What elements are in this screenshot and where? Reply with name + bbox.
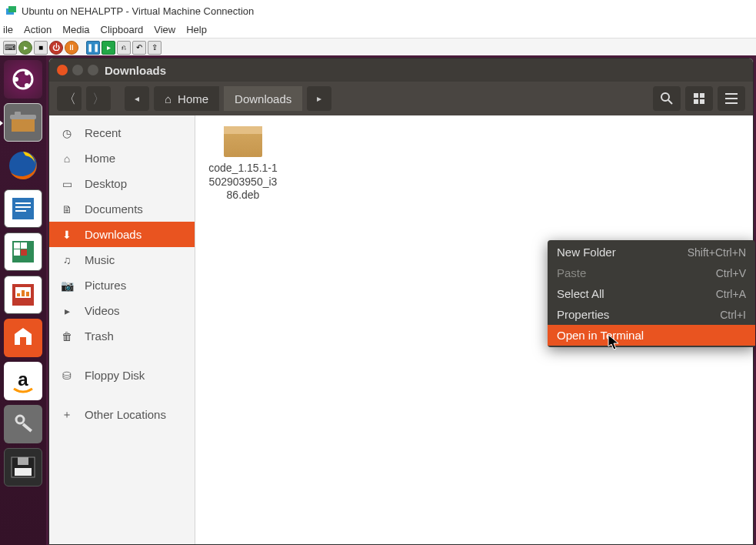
reset-button[interactable]: ▸ [102,41,115,55]
host-menu-file[interactable]: ile [3,24,13,35]
package-icon [224,126,262,157]
sidebar-item-trash[interactable]: 🗑Trash [49,323,195,349]
host-window-titlebar: Ubuntu on NEHALPTP - Virtual Machine Con… [0,0,756,22]
svg-point-31 [661,93,669,101]
sidebar-icon: ▸ [60,305,74,317]
svg-point-26 [16,416,24,423]
unity-launcher: a [0,55,46,545]
svg-rect-30 [15,468,32,476]
launcher-dash[interactable] [4,60,42,99]
settings-icon [9,410,37,438]
svg-rect-18 [21,249,27,256]
launcher-calc[interactable] [4,232,42,271]
sidebar-item-floppy-disk[interactable]: ⛁Floppy Disk [49,363,195,388]
path-prev-button[interactable]: ◂ [125,86,149,111]
sidebar-item-pictures[interactable]: 📷Pictures [49,272,195,298]
sidebar-item-home[interactable]: ⌂Home [49,145,195,171]
host-menu-view[interactable]: View [154,24,175,35]
host-menubar[interactable]: ile Action Media Clipboard View Help [0,22,756,38]
search-button[interactable] [653,86,681,111]
sidebar-icon: ⛁ [60,369,74,382]
sidebar-icon: ⌂ [60,152,74,165]
back-button[interactable]: 〈 [57,86,82,111]
svg-rect-10 [12,198,34,219]
host-toolbar: ⌨ ▸ ■ ⏻ ⏸ ❚❚ ▸ ⎌ ↶ ⇪ [0,38,756,57]
launcher-firefox[interactable] [4,146,42,185]
context-menu-item-new-folder[interactable]: New FolderShift+Ctrl+N [548,242,755,262]
checkpoint-button[interactable]: ⎌ [117,41,131,55]
svg-rect-6 [12,118,35,132]
svg-point-4 [25,71,29,75]
context-menu-item-properties[interactable]: PropertiesCtrl+I [548,304,755,325]
hamburger-menu-button[interactable] [718,86,745,111]
sidebar-item-documents[interactable]: 🗎Documents [49,196,195,222]
svg-rect-33 [694,93,698,98]
sidebar-item-recent[interactable]: ◷Recent [49,120,195,145]
sidebar-label: Recent [85,126,122,139]
forward-button[interactable]: 〉 [86,86,111,111]
path-next-button[interactable]: ▸ [307,86,331,111]
path-segment-current[interactable]: Downloads [224,86,302,111]
revert-button[interactable]: ↶ [132,41,146,55]
sidebar-icon: 🗎 [60,203,74,216]
sidebar-item-other-locations[interactable]: ＋Other Locations [49,402,195,427]
context-menu-item-select-all[interactable]: Select AllCtrl+A [548,283,755,304]
path-segment-home[interactable]: ⌂ Home [154,86,219,111]
host-menu-help[interactable]: Help [186,24,207,35]
window-maximize-button[interactable] [88,65,98,75]
shutdown-button[interactable]: ⏻ [49,41,63,55]
pause-button[interactable]: ❚❚ [86,41,100,55]
window-close-button[interactable] [57,65,68,75]
sidebar-label: Desktop [85,177,127,190]
stop-button[interactable]: ■ [34,41,48,55]
svg-rect-11 [15,202,31,204]
sidebar-item-videos[interactable]: ▸Videos [49,298,195,323]
sidebar-label: Documents [85,202,143,216]
writer-icon [8,193,38,224]
sidebar-label: Floppy Disk [85,369,145,382]
launcher-settings[interactable] [4,405,42,443]
context-menu: New FolderShift+Ctrl+NPasteCtrl+VSelect … [548,240,755,347]
sidebar-item-downloads[interactable]: ⬇Downloads [49,222,195,247]
sidebar-icon: ◷ [60,127,74,139]
svg-rect-23 [26,292,29,296]
sidebar-label: Videos [85,304,120,317]
sidebar-item-desktop[interactable]: ▭Desktop [49,171,195,196]
launcher-writer[interactable] [4,189,42,228]
grid-icon [694,93,704,104]
impress-icon [8,279,38,310]
window-minimize-button[interactable] [72,65,83,75]
sidebar-item-music[interactable]: ♫Music [49,247,195,272]
file-item[interactable]: code_1.15.1-1502903950_i386.deb [206,126,280,202]
context-menu-item-open-in-terminal[interactable]: Open in Terminal [548,325,755,346]
sidebar-label: Downloads [85,228,142,241]
host-menu-media[interactable]: Media [62,24,89,35]
svg-point-5 [25,83,29,88]
svg-rect-16 [21,242,27,249]
svg-rect-38 [725,98,738,99]
view-grid-button[interactable] [685,86,713,111]
floppy-icon [8,456,38,479]
save-button[interactable]: ⏸ [65,41,78,55]
start-button[interactable]: ▸ [18,41,32,55]
svg-rect-35 [694,99,698,104]
sidebar-label: Pictures [85,279,126,292]
host-menu-clipboard[interactable]: Clipboard [101,24,144,35]
launcher-disk[interactable] [4,448,42,486]
launcher-amazon[interactable]: a [4,362,42,400]
svg-rect-29 [18,457,28,465]
sidebar-label: Other Locations [85,408,166,421]
launcher-impress[interactable] [4,276,42,314]
svg-rect-37 [725,93,738,95]
host-menu-action[interactable]: Action [24,24,52,35]
ctrl-alt-del-button[interactable]: ⌨ [3,41,17,55]
home-icon: ⌂ [165,92,172,105]
svg-point-3 [14,77,18,82]
launcher-files[interactable] [4,103,42,142]
nautilus-titlebar[interactable]: Downloads [49,59,753,82]
svg-line-32 [668,100,672,104]
share-button[interactable]: ⇪ [148,41,162,55]
launcher-software[interactable] [4,319,42,357]
sidebar-label: Home [85,152,115,165]
amazon-icon: a [8,366,38,396]
